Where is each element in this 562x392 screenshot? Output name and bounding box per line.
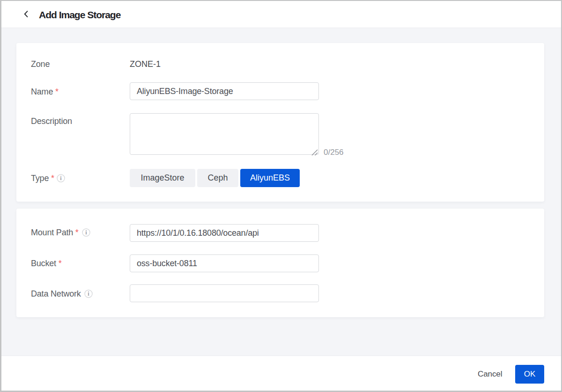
svg-text:i: i bbox=[88, 290, 89, 297]
svg-text:i: i bbox=[85, 229, 87, 236]
svg-text:i: i bbox=[60, 175, 62, 181]
